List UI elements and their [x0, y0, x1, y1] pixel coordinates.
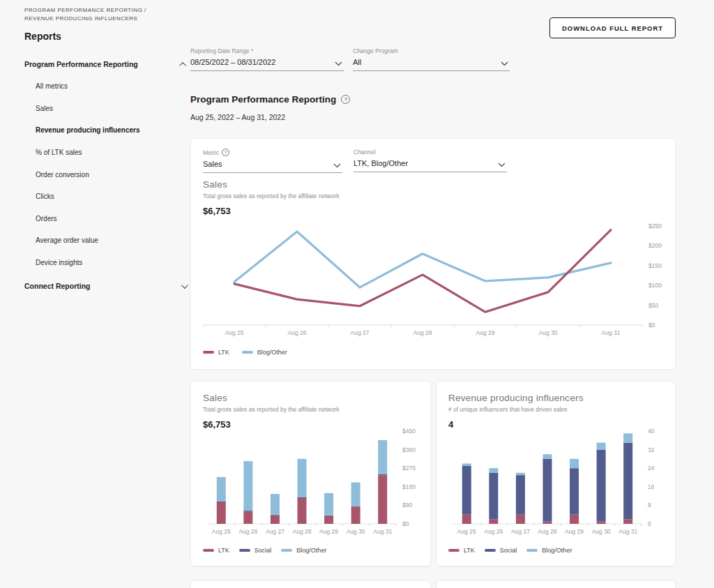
- metric-label: Metric: [203, 149, 219, 156]
- svg-text:Aug 28: Aug 28: [538, 528, 557, 535]
- svg-text:8: 8: [648, 502, 651, 508]
- svg-text:Aug 31: Aug 31: [618, 528, 637, 535]
- svg-text:Aug 30: Aug 30: [347, 528, 365, 535]
- channel-value: LTK, Blog/Other: [354, 159, 408, 167]
- sidebar-item-average-order-value[interactable]: Average order value: [36, 229, 186, 252]
- legend-item-ltk: LTK: [448, 547, 475, 554]
- svg-text:Aug 27: Aug 27: [351, 329, 370, 336]
- legend-label: Blog/Other: [296, 547, 326, 554]
- svg-text:Aug 25: Aug 25: [225, 329, 244, 336]
- blog-other-swatch: [526, 549, 538, 552]
- chart-title-block: Sales Total gross sales as reported by t…: [203, 179, 339, 216]
- social-swatch: [239, 549, 250, 552]
- help-icon[interactable]: ?: [222, 149, 229, 156]
- date-range-select[interactable]: Reporting Date Range * 08/25/2022 – 08/3…: [190, 47, 344, 71]
- legend-item-social: Social: [239, 547, 272, 554]
- partial-card-left: [190, 580, 431, 588]
- sidebar-item-sales[interactable]: Sales: [36, 98, 186, 120]
- sidebar-item-clicks[interactable]: Clicks: [36, 186, 186, 208]
- svg-text:40: 40: [648, 428, 655, 435]
- chevron-down-icon: [181, 282, 188, 289]
- sidebar-item-device-insights[interactable]: Device insights: [36, 252, 186, 274]
- svg-text:Aug 28: Aug 28: [293, 528, 312, 535]
- svg-text:0: 0: [648, 520, 651, 527]
- svg-text:$250: $250: [648, 223, 662, 229]
- ltk-swatch: [203, 549, 214, 552]
- help-icon[interactable]: ?: [341, 95, 350, 104]
- sidebar-group-program-performance[interactable]: Program Performance Reporting: [24, 56, 186, 73]
- chart-subtitle: Total gross sales as reported by the aff…: [203, 193, 339, 199]
- sidebar-item-order-conversion[interactable]: Order conversion: [36, 163, 186, 186]
- sidebar-nav: Program Performance Reporting All metric…: [24, 56, 186, 294]
- blog-other-swatch: [281, 549, 292, 552]
- app-root: Program Performance Reporting / Revenue …: [0, 0, 714, 588]
- page-date-range: Aug 25, 2022 – Aug 31, 2022: [190, 113, 285, 121]
- channel-select[interactable]: Channel LTK, Blog/Other: [354, 149, 507, 172]
- page-title-text: Program Performance Reporting: [190, 94, 336, 105]
- legend-item-social: Social: [485, 547, 517, 554]
- legend-label: LTK: [464, 547, 475, 554]
- svg-text:$450: $450: [402, 428, 416, 435]
- legend-item-ltk: LTK: [203, 349, 229, 356]
- svg-text:16: 16: [648, 483, 655, 490]
- svg-text:Aug 26: Aug 26: [238, 528, 257, 535]
- svg-text:Aug 31: Aug 31: [602, 329, 621, 336]
- influencers-bar-chart-card: Revenue producing influencers # of uniqu…: [436, 381, 676, 566]
- sales-bar-chart-card: Sales Total gross sales as reported by t…: [190, 381, 431, 566]
- download-full-report-button[interactable]: DOWNLOAD FULL REPORT: [549, 17, 676, 38]
- legend-label: Social: [500, 547, 517, 554]
- svg-text:$50: $50: [648, 302, 658, 309]
- svg-text:Aug 30: Aug 30: [592, 528, 611, 535]
- chart-legend: LTK Blog/Other: [203, 349, 287, 356]
- chevron-down-icon: [501, 61, 508, 66]
- page-title: Program Performance Reporting ?: [190, 94, 350, 105]
- chart-title-block: Sales Total gross sales as reported by t…: [203, 393, 339, 430]
- chart-legend: LTK Social Blog/Other: [448, 547, 572, 554]
- chevron-down-icon: [498, 163, 506, 167]
- social-swatch: [485, 549, 496, 552]
- svg-text:Aug 26: Aug 26: [288, 329, 307, 336]
- sidebar-group-connect-reporting[interactable]: Connect Reporting: [24, 278, 186, 294]
- sidebar-item-all-metrics[interactable]: All metrics: [36, 75, 186, 98]
- change-program-label: Change Program: [353, 47, 510, 54]
- chart-title: Revenue producing influencers: [448, 393, 584, 403]
- sales-line-chart-card: Metric ? Sales Channel LTK, Blog/Other S…: [190, 138, 676, 370]
- svg-text:$180: $180: [402, 483, 416, 490]
- svg-text:$150: $150: [648, 262, 662, 269]
- sales-line-chart: $0$50$100$150$200$250Aug 25Aug 26Aug 27A…: [203, 221, 677, 342]
- sidebar-item-revenue-producing-influencers[interactable]: Revenue producing influencers: [36, 119, 186, 142]
- svg-text:$0: $0: [402, 520, 409, 527]
- metric-select[interactable]: Metric ? Sales: [203, 149, 342, 173]
- svg-text:Aug 30: Aug 30: [539, 329, 558, 336]
- sidebar-group-label: Connect Reporting: [24, 282, 91, 290]
- ltk-swatch: [448, 549, 459, 552]
- svg-text:$0: $0: [648, 322, 655, 329]
- legend-label: LTK: [218, 547, 229, 554]
- change-program-select[interactable]: Change Program All: [353, 47, 510, 71]
- svg-text:Aug 28: Aug 28: [413, 329, 432, 336]
- svg-text:$360: $360: [402, 446, 416, 453]
- chevron-down-icon: [335, 61, 342, 66]
- chart-title: Sales: [203, 393, 339, 403]
- svg-text:Aug 29: Aug 29: [476, 329, 495, 336]
- legend-label: Social: [255, 547, 272, 554]
- ltk-swatch: [203, 351, 214, 354]
- svg-text:Aug 31: Aug 31: [373, 528, 392, 535]
- legend-item-blog-other: Blog/Other: [281, 547, 326, 554]
- legend-label: Blog/Other: [542, 547, 572, 554]
- date-range-value: 08/25/2022 – 08/31/2022: [190, 58, 275, 66]
- page-title-reports: Reports: [24, 31, 61, 42]
- svg-text:$90: $90: [402, 502, 412, 508]
- sidebar-subitems: All metrics Sales Revenue producing infl…: [36, 75, 186, 273]
- chart-title-block: Revenue producing influencers # of uniqu…: [448, 393, 584, 430]
- sidebar-item-orders[interactable]: Orders: [36, 208, 186, 230]
- svg-text:Aug 26: Aug 26: [484, 528, 503, 535]
- chart-subtitle: # of unique influencers that have driven…: [448, 406, 584, 413]
- svg-text:Aug 29: Aug 29: [565, 528, 584, 535]
- breadcrumb: Program Performance Reporting / Revenue …: [24, 6, 174, 24]
- blog-other-swatch: [242, 351, 253, 354]
- legend-label: LTK: [218, 349, 229, 356]
- sidebar-item-pct-ltk-sales[interactable]: % of LTK sales: [36, 142, 186, 164]
- svg-text:$100: $100: [648, 282, 662, 289]
- svg-text:Aug 29: Aug 29: [319, 528, 338, 535]
